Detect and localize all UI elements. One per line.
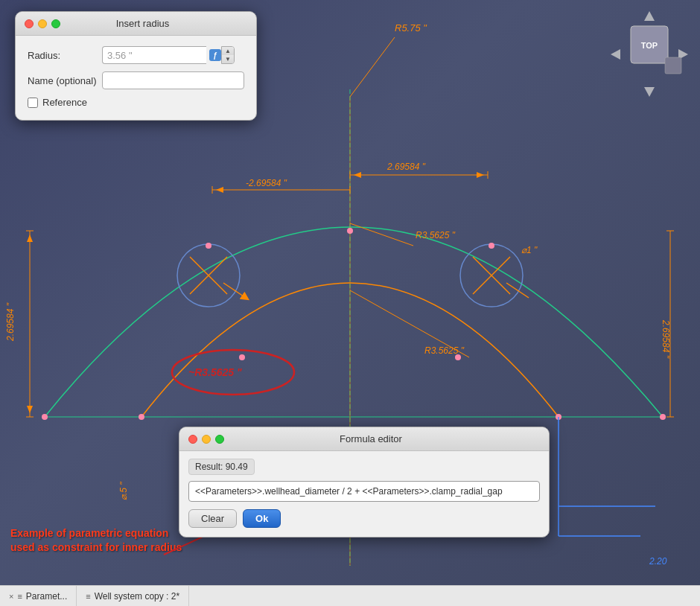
svg-line-31 [350, 223, 413, 246]
svg-point-33 [489, 243, 494, 249]
svg-text:2.69584 ": 2.69584 " [5, 302, 16, 342]
svg-line-29 [350, 37, 395, 97]
formula-buttons: Clear Ok [188, 509, 540, 528]
svg-text:R3.5625 ": R3.5625 " [416, 230, 456, 240]
svg-point-37 [42, 414, 48, 420]
svg-text:R5.75 ": R5.75 " [395, 22, 427, 34]
svg-marker-19 [354, 172, 361, 178]
ok-button[interactable]: Ok [243, 509, 281, 528]
svg-point-35 [139, 414, 144, 420]
status-bar: × ≡ Paramet... ≡ Well system copy : 2* [0, 585, 700, 606]
svg-text:-2.69584 ": -2.69584 " [246, 178, 287, 188]
result-display: Result: 90.49 [188, 459, 255, 475]
svg-line-9 [506, 283, 529, 298]
insert-radius-dialog: Insert radius Radius: ƒ ▲ ▼ Name (option… [15, 11, 257, 121]
radius-stepper[interactable]: ƒ ▲ ▼ [102, 46, 235, 64]
reference-checkbox[interactable] [28, 98, 38, 108]
stepper-buttons[interactable]: ▲ ▼ [221, 46, 235, 64]
svg-line-6 [223, 283, 246, 298]
stepper-down[interactable]: ▼ [222, 55, 234, 63]
svg-text:~R3.5625 ": ~R3.5625 " [188, 366, 242, 378]
svg-text:2.69584 ": 2.69584 " [661, 319, 671, 359]
svg-point-34 [347, 228, 353, 234]
svg-point-40 [239, 354, 245, 360]
svg-marker-14 [216, 187, 223, 193]
formula-input[interactable] [188, 481, 540, 502]
formula-body: Result: 90.49 Clear Ok [179, 451, 549, 537]
insert-radius-titlebar: Insert radius [16, 12, 256, 36]
name-label: Name (optional) [28, 75, 102, 86]
svg-point-38 [660, 414, 666, 420]
close-button[interactable] [25, 19, 34, 28]
tab2-label: Well system copy : 2* [95, 591, 179, 602]
name-input[interactable] [102, 71, 244, 89]
formula-icon[interactable]: ƒ [209, 49, 221, 61]
svg-marker-18 [477, 172, 484, 178]
clear-button[interactable]: Clear [188, 509, 237, 528]
formula-titlebar: Formula editor [179, 427, 549, 451]
dialog-body: Radius: ƒ ▲ ▼ Name (optional) Reference [16, 36, 256, 120]
tab1-icon: ≡ [17, 592, 22, 601]
radius-input[interactable] [102, 46, 206, 64]
reference-row: Reference [28, 97, 244, 108]
tab1-label: Paramet... [26, 591, 67, 602]
dialog-title: Insert radius [38, 18, 247, 29]
tab-well-system[interactable]: ≡ Well system copy : 2* [77, 586, 189, 606]
svg-marker-24 [27, 406, 33, 413]
svg-text:2.69584 ": 2.69584 " [386, 162, 426, 172]
svg-text:⌀.5 ": ⌀.5 " [118, 482, 129, 500]
radius-label: Radius: [28, 50, 102, 61]
svg-point-32 [206, 243, 211, 249]
tab2-icon: ≡ [86, 592, 90, 601]
stepper-up[interactable]: ▲ [222, 47, 234, 55]
reference-label: Reference [42, 97, 87, 108]
tab1-close[interactable]: × [9, 592, 13, 601]
name-row: Name (optional) [28, 71, 244, 89]
svg-marker-25 [27, 235, 33, 242]
svg-text:2.20: 2.20 [649, 556, 667, 566]
formula-close-button[interactable] [188, 435, 197, 444]
radius-row: Radius: ƒ ▲ ▼ [28, 46, 244, 64]
formula-editor-dialog: Formula editor Result: 90.49 Clear Ok [179, 427, 550, 538]
tab-paramet[interactable]: × ≡ Paramet... [0, 586, 77, 606]
svg-text:R3.5625 ": R3.5625 " [424, 345, 465, 356]
svg-text:⌀1 ": ⌀1 " [521, 245, 538, 255]
formula-dialog-title: Formula editor [202, 433, 540, 444]
